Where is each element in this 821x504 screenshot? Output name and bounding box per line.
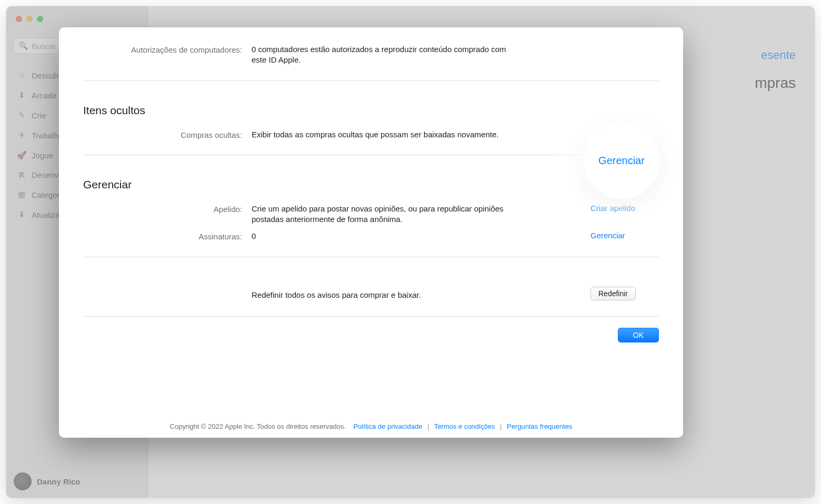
ok-row: OK — [83, 317, 659, 340]
manage-hidden-purchases-link[interactable]: Gerenciar — [598, 155, 645, 167]
subscriptions-row: Assinaturas: 0 Gerenciar — [83, 226, 659, 243]
app-window: 🔍 Buscar ☆Descubra ⬇Arcade ✎Crie ✈Trabal… — [6, 6, 815, 498]
footer: Copyright © 2022 Apple Inc. Todos os dir… — [59, 422, 683, 430]
highlight-callout: Gerenciar — [583, 122, 660, 199]
manage-section-title: Gerenciar — [83, 155, 659, 203]
reset-button[interactable]: Redefinir — [590, 287, 636, 300]
reset-warnings-text: Redefinir todos os avisos para comprar e… — [252, 287, 590, 300]
subscriptions-value: 0 — [252, 231, 590, 241]
nickname-label: Apelido: — [83, 204, 252, 214]
nickname-row: Apelido: Crie um apelido para postar nov… — [83, 203, 659, 226]
footer-copyright: Copyright © 2022 Apple Inc. Todos os dir… — [170, 422, 346, 430]
authorizations-row: Autorizações de computadores: 0 computad… — [83, 43, 659, 67]
subscriptions-label: Assinaturas: — [83, 231, 252, 241]
privacy-link[interactable]: Política de privacidade — [354, 422, 423, 430]
hidden-items-section-title: Itens ocultos — [83, 81, 659, 128]
manage-subscriptions-link[interactable]: Gerenciar — [590, 231, 625, 240]
hidden-purchases-row: Compras ocultas: Exibir todas as compras… — [83, 128, 659, 141]
terms-link[interactable]: Termos e condições — [434, 422, 495, 430]
nickname-value: Crie um apelido para postar novas opiniõ… — [252, 204, 590, 225]
hidden-purchases-label: Compras ocultas: — [83, 129, 252, 139]
authorizations-value: 0 computadores estão autorizados a repro… — [252, 44, 590, 66]
authorizations-label: Autorizações de computadores: — [83, 44, 252, 54]
create-nickname-link[interactable]: Criar apelido — [590, 204, 635, 213]
faq-link[interactable]: Perguntas frequentes — [507, 422, 572, 430]
hidden-purchases-value: Exibir todas as compras ocultas que poss… — [252, 129, 590, 140]
reset-warnings-row: Redefinir todos os avisos para comprar e… — [83, 257, 659, 303]
ok-button[interactable]: OK — [618, 328, 659, 342]
account-settings-sheet: Autorizações de computadores: 0 computad… — [59, 27, 683, 438]
